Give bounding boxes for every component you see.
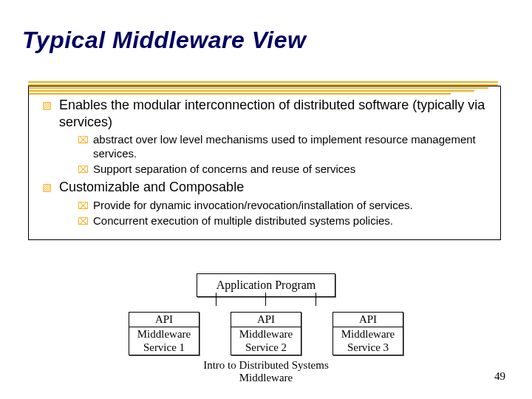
- bullet-level1: ▧ Enables the modular interconnection of…: [42, 97, 487, 130]
- xbox-bullet-icon: ⌧: [78, 200, 89, 212]
- xbox-bullet-icon: ⌧: [78, 216, 89, 228]
- service-label: Middleware Service 3: [333, 327, 403, 355]
- service-label: Middleware Service 1: [129, 327, 199, 355]
- api-label: API: [333, 313, 403, 327]
- content-box: ▧ Enables the modular interconnection of…: [28, 86, 501, 240]
- bullet-level1: ▧ Customizable and Composable: [42, 179, 487, 196]
- service-box-2: API Middleware Service 2: [231, 312, 301, 355]
- xbox-bullet-icon: ⌧: [78, 164, 89, 176]
- footer-line2: Middleware: [0, 372, 532, 384]
- square-bullet-icon: ▧: [42, 99, 52, 112]
- bullet-level2: ⌧ Support separation of concerns and reu…: [78, 163, 487, 177]
- api-label: API: [129, 313, 199, 327]
- bullet-text: abstract over low level mechanisms used …: [93, 133, 487, 161]
- bullet-level2: ⌧ abstract over low level mechanisms use…: [78, 133, 487, 161]
- slide: Typical Middleware View ▧ Enables the mo…: [0, 0, 532, 399]
- title-area: Typical Middleware View: [22, 27, 510, 54]
- xbox-bullet-icon: ⌧: [78, 134, 89, 146]
- footer: Intro to Distributed Systems Middleware: [0, 359, 532, 384]
- slide-title: Typical Middleware View: [22, 27, 510, 54]
- application-box: Application Program: [197, 273, 336, 297]
- bullet-text: Customizable and Composable: [59, 179, 244, 196]
- bullet-text: Enables the modular interconnection of d…: [59, 97, 487, 130]
- services-row: API Middleware Service 1 API Middleware …: [129, 312, 403, 355]
- footer-line1: Intro to Distributed Systems: [203, 359, 329, 371]
- square-bullet-icon: ▧: [42, 181, 52, 194]
- architecture-diagram: Application Program API Middleware Servi…: [0, 273, 532, 355]
- bullet-level2: ⌧ Provide for dynamic invocation/revocat…: [78, 199, 487, 213]
- service-label: Middleware Service 2: [231, 327, 301, 355]
- api-label: API: [231, 313, 301, 327]
- bullet-text: Concurrent execution of multiple distrib…: [93, 214, 393, 228]
- service-box-3: API Middleware Service 3: [332, 312, 403, 355]
- bullet-text: Provide for dynamic invocation/revocatio…: [93, 199, 413, 213]
- bullet-text: Support separation of concerns and reuse…: [93, 163, 355, 177]
- page-number: 49: [494, 370, 505, 383]
- bullet-level2: ⌧ Concurrent execution of multiple distr…: [78, 214, 487, 228]
- service-box-1: API Middleware Service 1: [129, 312, 200, 355]
